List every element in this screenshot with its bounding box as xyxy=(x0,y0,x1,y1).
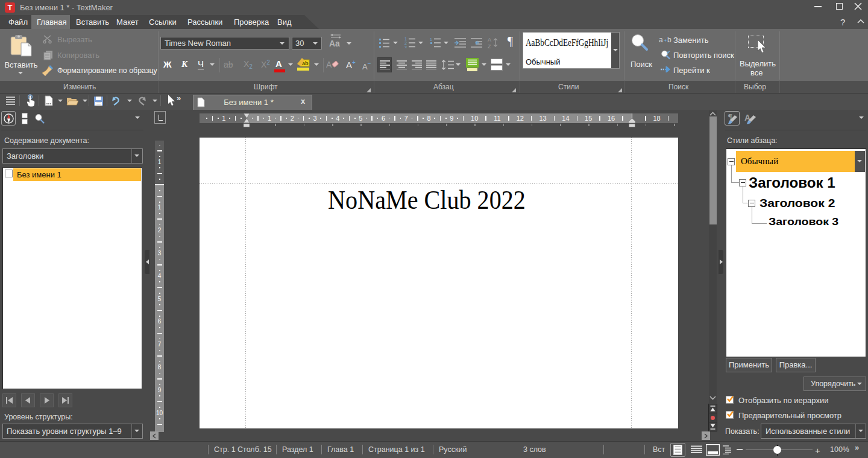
svg-text:A: A xyxy=(488,37,491,43)
svg-text:Z: Z xyxy=(488,43,491,49)
svg-text:3: 3 xyxy=(404,45,407,48)
svg-text:1: 1 xyxy=(430,37,432,42)
svg-text:A: A xyxy=(326,60,332,69)
svg-text:a: a xyxy=(659,36,663,44)
svg-text:b: b xyxy=(667,36,671,44)
svg-text:1: 1 xyxy=(404,37,407,41)
svg-text:2: 2 xyxy=(404,41,407,45)
